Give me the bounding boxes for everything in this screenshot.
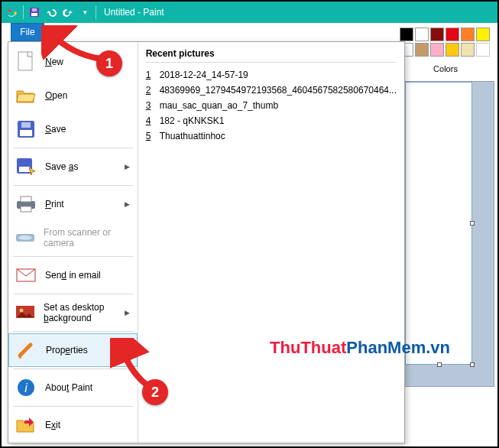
recent-picture-item[interactable]: 248369969_1279454972193568_4604567582580…: [146, 83, 397, 98]
color-swatch[interactable]: [461, 28, 475, 41]
menu-item-label: Set as desktop background: [44, 302, 131, 323]
colors-group: Colors: [397, 24, 494, 73]
canvas[interactable]: [405, 82, 472, 365]
properties-icon: [15, 339, 38, 362]
menu-item-label: Print: [45, 199, 64, 209]
menu-item-desktop-bg[interactable]: Set as desktop background ▶: [8, 296, 138, 330]
submenu-arrow-icon: ▶: [125, 163, 130, 170]
desktop-bg-icon: [15, 301, 36, 324]
svg-point-19: [20, 309, 24, 313]
scanner-icon: [15, 226, 36, 249]
recent-pictures-title: Recent pictures: [146, 47, 397, 63]
menu-item-save[interactable]: Save: [8, 112, 138, 146]
menu-item-label: About Paint: [45, 382, 92, 393]
svg-point-16: [18, 235, 32, 240]
menu-item-open[interactable]: Open: [8, 79, 138, 112]
recent-picture-item[interactable]: 3mau_sac_quan_ao_7_thumb: [146, 98, 397, 113]
recent-picture-item[interactable]: 5Thuathuattinhoc: [146, 128, 397, 144]
color-swatch[interactable]: [476, 28, 490, 41]
color-swatch: [476, 43, 490, 57]
svg-rect-8: [20, 130, 32, 136]
svg-rect-4: [31, 13, 37, 16]
undo-icon[interactable]: [45, 6, 57, 18]
titlebar: ▾ Untitled - Paint: [2, 2, 497, 23]
window-title: Untitled - Paint: [104, 7, 164, 18]
menu-item-label: From scanner or camera: [44, 227, 131, 248]
svg-text:i: i: [24, 381, 28, 394]
annotation-badge-2: 2: [142, 379, 168, 405]
printer-icon: [15, 193, 37, 216]
menu-item-save-as[interactable]: Save as ▶: [8, 150, 138, 183]
color-swatch[interactable]: [446, 43, 459, 57]
dropdown-icon[interactable]: ▾: [79, 6, 91, 18]
colors-label: Colors: [397, 64, 494, 73]
file-menu-label: File: [20, 27, 34, 37]
file-menu-button[interactable]: File: [11, 23, 44, 41]
paint-app-icon: [6, 6, 18, 18]
menu-item-send-email[interactable]: Send in email: [8, 258, 138, 292]
color-swatches: [397, 24, 494, 60]
svg-rect-9: [21, 122, 31, 128]
color-swatch[interactable]: [461, 43, 475, 57]
svg-point-2: [14, 11, 17, 15]
svg-rect-13: [21, 196, 31, 202]
submenu-arrow-icon: ▶: [125, 309, 130, 317]
menu-item-exit[interactable]: Exit: [8, 408, 138, 442]
new-file-icon: [15, 50, 37, 73]
menu-item-print[interactable]: Print ▶: [8, 187, 138, 221]
recent-picture-item[interactable]: 4182 - qKNKSK1: [146, 113, 397, 128]
info-icon: i: [15, 376, 37, 399]
color-swatch[interactable]: [430, 43, 444, 57]
color-swatch[interactable]: [400, 28, 413, 41]
watermark: ThuThuatPhanMem.vn: [270, 338, 450, 358]
menu-item-label: Save as: [45, 161, 78, 172]
svg-point-1: [11, 8, 15, 11]
email-icon: [15, 264, 37, 287]
recent-picture-item[interactable]: 12018-12-24_14-57-19: [146, 67, 397, 83]
submenu-arrow-icon: ▶: [125, 200, 130, 208]
svg-rect-14: [21, 206, 31, 212]
annotation-badge-1: 1: [96, 50, 122, 76]
open-folder-icon: [15, 84, 37, 107]
resize-handle[interactable]: [470, 221, 475, 226]
color-swatch[interactable]: [430, 28, 444, 41]
file-menu-dropdown: New Open Save Save as ▶ Print ▶ From sca…: [8, 41, 405, 443]
color-swatch[interactable]: [415, 28, 429, 41]
resize-handle[interactable]: [470, 362, 475, 367]
svg-rect-5: [32, 8, 37, 11]
menu-item-label: Save: [45, 124, 66, 135]
exit-icon: [15, 414, 37, 437]
save-as-icon: [15, 155, 37, 178]
menu-item-label: Open: [45, 90, 67, 101]
color-swatch[interactable]: [415, 43, 429, 57]
redo-icon[interactable]: [62, 6, 74, 18]
save-icon[interactable]: [28, 6, 41, 18]
menu-item-label: Exit: [45, 420, 60, 430]
recent-pictures-panel: Recent pictures 12018-12-24_14-57-192483…: [138, 42, 404, 443]
svg-rect-11: [19, 167, 30, 172]
menu-item-label: Properties: [46, 345, 88, 355]
svg-point-0: [8, 9, 11, 12]
resize-handle[interactable]: [437, 362, 442, 367]
color-swatch[interactable]: [446, 28, 459, 41]
save-disk-icon: [15, 118, 37, 141]
menu-item-label: Send in email: [45, 270, 101, 281]
menu-item-scanner: From scanner or camera: [8, 221, 138, 255]
